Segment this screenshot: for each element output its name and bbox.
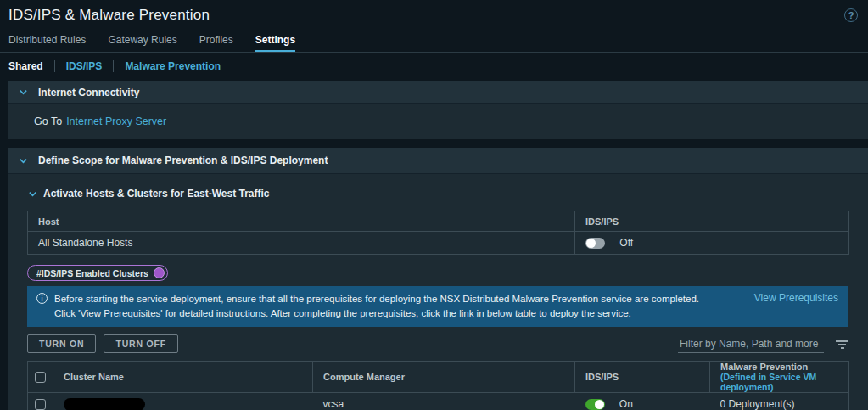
activate-hosts-clusters-header[interactable]: Activate Hosts & Clusters for East-West … bbox=[28, 188, 848, 199]
cluster-row: vcsa On 0 Deployment(s) bbox=[28, 393, 849, 410]
chevron-down-icon bbox=[19, 87, 28, 97]
internet-connectivity-header[interactable]: Internet Connectivity bbox=[8, 81, 868, 104]
clusters-toolbar: TURN ON TURN OFF bbox=[27, 334, 848, 353]
help-icon[interactable]: ? bbox=[844, 8, 858, 22]
goto-label: Go To bbox=[34, 115, 62, 127]
col-cluster-name: Cluster Name bbox=[53, 362, 313, 393]
subsection-title: Activate Hosts & Clusters for East-West … bbox=[43, 188, 270, 199]
turn-off-button[interactable]: TURN OFF bbox=[104, 334, 177, 353]
info-icon: i bbox=[36, 293, 48, 304]
tab-settings[interactable]: Settings bbox=[255, 29, 295, 52]
host-table: Host IDS/IPS All Standalone Hosts Off bbox=[27, 211, 849, 255]
subtab-divider bbox=[113, 60, 114, 72]
host-name-cell: All Standalone Hosts bbox=[28, 232, 575, 255]
idsips-enabled-clusters-chip[interactable]: #IDS/IPS Enabled Clusters bbox=[27, 265, 168, 281]
clusters-table-header: Cluster Name Compute Manager IDS/IPS Mal… bbox=[28, 362, 849, 393]
filter-wrap bbox=[678, 336, 848, 353]
subtab-idsips[interactable]: IDS/IPS bbox=[66, 60, 103, 72]
view-prerequisites-link[interactable]: View Prerequisites bbox=[754, 292, 838, 320]
tab-distributed-rules[interactable]: Distributed Rules bbox=[8, 29, 86, 52]
chip-label: #IDS/IPS Enabled Clusters bbox=[36, 268, 148, 278]
subtab-shared[interactable]: Shared bbox=[8, 60, 43, 72]
define-scope-header[interactable]: Define Scope for Malware Prevention & ID… bbox=[8, 148, 868, 174]
col-host: Host bbox=[28, 211, 575, 232]
toggle-state-label: Off bbox=[619, 237, 633, 249]
chevron-down-icon bbox=[19, 156, 28, 166]
banner-text: Before starting the service deployment, … bbox=[54, 292, 716, 320]
col-malware-prevention-line2: (Defined in Service VM deployment) bbox=[720, 372, 838, 392]
redacted-cluster-name bbox=[64, 398, 145, 410]
cluster-idsips-toggle[interactable] bbox=[585, 399, 605, 410]
idsips-cell: On bbox=[575, 393, 710, 410]
define-scope-section: Define Scope for Malware Prevention & ID… bbox=[8, 148, 868, 410]
toggle-knob bbox=[595, 400, 604, 409]
internet-proxy-server-link[interactable]: Internet Proxy Server bbox=[66, 115, 166, 127]
page-title: IDS/IPS & Malware Prevention bbox=[8, 7, 210, 24]
prerequisites-info-banner: i Before starting the service deployment… bbox=[27, 286, 848, 327]
select-all-cell bbox=[28, 362, 53, 393]
col-malware-prevention-line1: Malware Prevention bbox=[720, 362, 838, 372]
malware-prevention-cell: 0 Deployment(s) bbox=[710, 393, 849, 410]
subtab-bar: Shared IDS/IPS Malware Prevention bbox=[0, 53, 868, 80]
compute-manager-cell: vcsa bbox=[313, 393, 575, 410]
host-table-row: All Standalone Hosts Off bbox=[28, 232, 849, 255]
col-idsips: IDS/IPS bbox=[575, 362, 710, 393]
internet-connectivity-body: Go To Internet Proxy Server bbox=[8, 104, 868, 139]
tab-profiles[interactable]: Profiles bbox=[199, 29, 233, 52]
section-title: Define Scope for Malware Prevention & ID… bbox=[38, 154, 328, 166]
chevron-down-icon bbox=[28, 189, 37, 199]
cluster-name-cell bbox=[53, 393, 313, 410]
col-malware-prevention: Malware Prevention (Defined in Service V… bbox=[710, 362, 849, 393]
col-compute-manager: Compute Manager bbox=[313, 362, 575, 393]
section-title: Internet Connectivity bbox=[38, 87, 139, 98]
tab-bar: Distributed Rules Gateway Rules Profiles… bbox=[0, 27, 868, 53]
panel-gap bbox=[0, 139, 868, 148]
filter-icon[interactable] bbox=[836, 339, 848, 351]
subtab-malware-prevention[interactable]: Malware Prevention bbox=[125, 60, 221, 72]
define-scope-content: Activate Hosts & Clusters for East-West … bbox=[8, 188, 868, 410]
filter-input[interactable] bbox=[678, 336, 824, 353]
clusters-table: Cluster Name Compute Manager IDS/IPS Mal… bbox=[27, 361, 849, 410]
col-idsips: IDS/IPS bbox=[575, 211, 849, 232]
standalone-hosts-idsips-toggle[interactable] bbox=[585, 238, 605, 249]
host-idsips-cell: Off bbox=[575, 232, 849, 255]
tab-gateway-rules[interactable]: Gateway Rules bbox=[108, 29, 176, 52]
page-header: IDS/IPS & Malware Prevention ? bbox=[0, 0, 868, 27]
internet-connectivity-section: Internet Connectivity Go To Internet Pro… bbox=[8, 81, 868, 139]
host-table-header: Host IDS/IPS bbox=[28, 211, 849, 232]
toggle-state-label: On bbox=[619, 398, 633, 410]
turn-on-button[interactable]: TURN ON bbox=[27, 334, 96, 353]
select-all-checkbox[interactable] bbox=[35, 372, 46, 383]
toggle-knob bbox=[586, 239, 596, 248]
chip-count-dot bbox=[154, 267, 165, 278]
row-checkbox[interactable] bbox=[35, 399, 46, 410]
subtab-divider bbox=[54, 60, 55, 72]
